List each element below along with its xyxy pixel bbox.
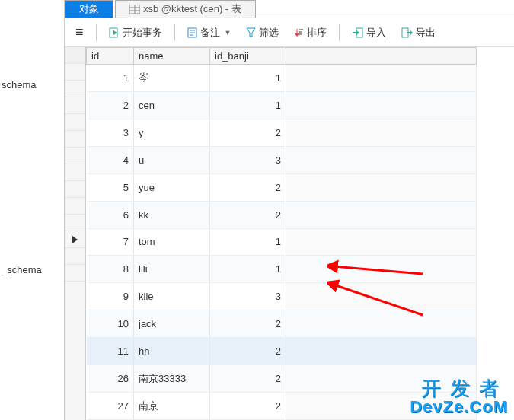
cell-id[interactable]: 7: [87, 228, 134, 256]
cell-name[interactable]: 南京: [134, 393, 210, 420]
tab-objects[interactable]: 对象: [65, 0, 113, 18]
row-indicator[interactable]: [65, 81, 85, 97]
cell-id-banji[interactable]: 1: [210, 65, 286, 92]
table-row[interactable]: 4u3: [87, 146, 477, 173]
toolbar: ≡ 开始事务 备注 ▼ 筛选: [65, 18, 514, 47]
data-table[interactable]: id name id_banji 1岑12cen13y24u35yue26kk2…: [86, 47, 477, 420]
sidebar: schema _schema: [0, 0, 65, 420]
tab-label: xsb @kktest (cen) - 表: [143, 2, 241, 16]
cell-id[interactable]: 8: [87, 256, 134, 283]
cell-name[interactable]: 岑: [134, 65, 210, 92]
export-button[interactable]: 导出: [395, 23, 442, 43]
table-row[interactable]: 1岑1: [87, 65, 477, 92]
cell-id-banji[interactable]: 1: [210, 228, 286, 256]
tab-bar: 对象 xsb @kktest (cen) - 表: [65, 0, 514, 18]
tab-label: 对象: [79, 2, 99, 16]
cell-id-banji[interactable]: 3: [210, 283, 286, 310]
cell-name[interactable]: hh: [134, 338, 210, 365]
cell-id[interactable]: 2: [87, 91, 134, 119]
begin-transaction-button[interactable]: 开始事务: [103, 23, 168, 43]
cell-name[interactable]: tom: [134, 228, 210, 256]
cell-empty: [286, 310, 477, 338]
import-button[interactable]: 导入: [346, 23, 392, 43]
cell-name[interactable]: kk: [134, 201, 210, 228]
cell-id[interactable]: 27: [87, 393, 134, 420]
table-icon: [129, 5, 140, 14]
sort-icon: [294, 27, 304, 37]
cell-id-banji[interactable]: 2: [210, 201, 286, 228]
table-row[interactable]: 10jack2: [87, 310, 477, 338]
column-header-id[interactable]: id: [87, 48, 134, 65]
cell-name[interactable]: kile: [134, 283, 210, 310]
current-row-icon: [72, 236, 78, 243]
cell-id-banji[interactable]: 2: [210, 365, 286, 393]
row-indicator[interactable]: [65, 64, 85, 81]
cell-id-banji[interactable]: 2: [210, 338, 286, 365]
sort-label: 排序: [307, 26, 327, 40]
cell-name[interactable]: lili: [134, 256, 210, 283]
cell-name[interactable]: 南京33333: [134, 365, 210, 393]
play-icon: [109, 27, 120, 38]
sidebar-item-schema2[interactable]: _schema: [0, 261, 64, 278]
data-grid[interactable]: id name id_banji 1岑12cen13y24u35yue26kk2…: [65, 47, 514, 420]
cell-id[interactable]: 11: [87, 338, 134, 365]
cell-name[interactable]: u: [134, 146, 210, 173]
cell-empty: [286, 173, 477, 201]
table-row[interactable]: 5yue2: [87, 173, 477, 201]
table-row[interactable]: 3y2: [87, 119, 477, 146]
row-indicator[interactable]: [65, 131, 85, 148]
cell-id[interactable]: 3: [87, 119, 134, 146]
cell-id-banji[interactable]: 1: [210, 91, 286, 119]
cell-empty: [286, 283, 477, 310]
note-icon: [187, 27, 197, 38]
table-row[interactable]: 8lili1: [87, 256, 477, 283]
row-indicator[interactable]: [65, 97, 85, 114]
funnel-icon: [246, 27, 256, 37]
row-indicator[interactable]: [65, 198, 85, 215]
cell-name[interactable]: jack: [134, 310, 210, 338]
sort-button[interactable]: 排序: [288, 23, 333, 43]
row-indicator[interactable]: [65, 215, 85, 231]
table-row[interactable]: 11hh2: [87, 338, 477, 365]
table-row[interactable]: 9kile3: [87, 283, 477, 310]
cell-id[interactable]: 1: [87, 65, 134, 92]
begin-tx-label: 开始事务: [123, 26, 162, 40]
cell-id-banji[interactable]: 2: [210, 310, 286, 338]
cell-id-banji[interactable]: 2: [210, 393, 286, 420]
cell-name[interactable]: yue: [134, 173, 210, 201]
row-indicator[interactable]: [65, 164, 85, 181]
column-header-id-banji[interactable]: id_banji: [210, 48, 286, 65]
table-row[interactable]: 7tom1: [87, 228, 477, 256]
cell-id[interactable]: 26: [87, 365, 134, 393]
cell-id[interactable]: 9: [87, 283, 134, 310]
cell-name[interactable]: y: [134, 119, 210, 146]
column-header-name[interactable]: name: [134, 48, 210, 65]
menu-button[interactable]: ≡: [69, 21, 90, 43]
cell-id-banji[interactable]: 3: [210, 146, 286, 173]
cell-id-banji[interactable]: 1: [210, 256, 286, 283]
row-indicator[interactable]: [65, 181, 85, 198]
cell-id-banji[interactable]: 2: [210, 119, 286, 146]
row-indicator[interactable]: [65, 114, 85, 131]
cell-id-banji[interactable]: 2: [210, 173, 286, 201]
cell-id[interactable]: 5: [87, 173, 134, 201]
row-indicator[interactable]: [65, 248, 85, 265]
tab-table[interactable]: xsb @kktest (cen) - 表: [115, 0, 256, 18]
cell-name[interactable]: cen: [134, 91, 210, 119]
cell-id[interactable]: 6: [87, 201, 134, 228]
memo-label: 备注: [200, 26, 220, 40]
table-row[interactable]: 2cen1: [87, 91, 477, 119]
cell-id[interactable]: 4: [87, 146, 134, 173]
memo-button[interactable]: 备注 ▼: [181, 23, 238, 43]
cell-empty: [286, 201, 477, 228]
cell-empty: [286, 256, 477, 283]
row-indicator[interactable]: [65, 231, 85, 248]
table-row[interactable]: 6kk2: [87, 201, 477, 228]
filter-label: 筛选: [259, 26, 279, 40]
sidebar-item-schema[interactable]: schema: [0, 76, 64, 94]
filter-button[interactable]: 筛选: [240, 23, 285, 43]
cell-id[interactable]: 10: [87, 310, 134, 338]
import-icon: [352, 27, 363, 38]
row-indicator[interactable]: [65, 265, 85, 282]
row-indicator[interactable]: [65, 148, 85, 164]
